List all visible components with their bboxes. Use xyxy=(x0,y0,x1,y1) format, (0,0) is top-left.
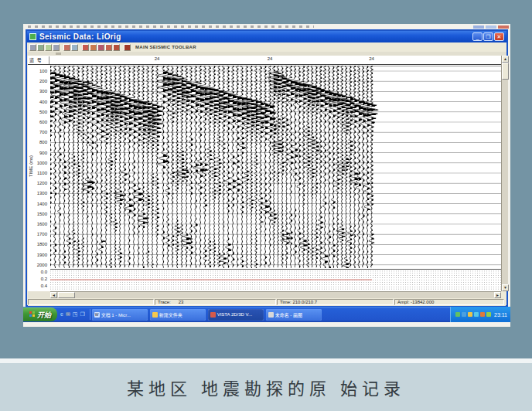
window-controls: _ ❐ ✕ xyxy=(472,32,506,41)
scroll-left-icon[interactable]: ◄ xyxy=(50,292,57,298)
bg-bit xyxy=(473,25,484,29)
trace-number-label: 24 xyxy=(268,56,273,61)
time-axis-ticks: 1002003004005006007008009001000110012001… xyxy=(28,66,49,268)
taskbar-button-label: 新建文件夹 xyxy=(159,311,182,318)
taskbar-button-label: 文档 1 - Micr... xyxy=(101,311,131,318)
toolbar-button-tool-11[interactable] xyxy=(113,44,120,51)
aux-tick-label: 0.2 xyxy=(41,277,47,281)
taskbar-divider xyxy=(90,309,90,320)
aux-axis-ticks: 0.00.20.4 xyxy=(28,269,49,290)
system-tray: 23:11 xyxy=(450,307,510,322)
time-tick-label: 100 xyxy=(39,69,47,73)
caption-panel: 某地区 地震勘探的原 始记录 xyxy=(0,363,532,411)
time-tick-label: 1500 xyxy=(37,212,47,216)
tray-icon[interactable] xyxy=(480,312,485,317)
trace-number-label: 24 xyxy=(369,56,374,61)
desktop-icon[interactable]: ❐ xyxy=(80,311,84,318)
time-tick-label: 1200 xyxy=(37,181,47,185)
media-icon[interactable]: ◳ xyxy=(73,311,78,318)
close-button[interactable]: ✕ xyxy=(494,32,504,41)
time-tick-label: 600 xyxy=(39,120,47,124)
windows-flag-icon xyxy=(29,311,36,318)
tray-icon[interactable] xyxy=(455,312,460,317)
time-tick-label: 500 xyxy=(39,110,47,114)
time-tick-label: 2000 xyxy=(37,263,47,267)
restore-button[interactable]: ❐ xyxy=(483,32,493,41)
tray-icon[interactable] xyxy=(462,312,466,317)
toolbar-button-tool-7[interactable] xyxy=(82,44,89,51)
aux-tick-label: 0.4 xyxy=(41,284,47,288)
main-toolbar: MAIN SEISMIC TOOLBAR xyxy=(27,42,506,52)
toolbar-button-tool-10[interactable] xyxy=(105,44,112,51)
trace-number-label: 24 xyxy=(155,56,160,61)
taskbar-button[interactable]: VISTA 2D/3D V... xyxy=(208,309,264,321)
status-ampl: Ampl: -13842.000 xyxy=(394,299,504,305)
toolbar-buttons xyxy=(29,44,131,51)
start-label: 开始 xyxy=(37,310,51,320)
tray-icon[interactable] xyxy=(468,312,472,317)
status-segment-empty xyxy=(28,299,154,305)
seismic-wiggle-canvas xyxy=(50,66,501,268)
mail-icon[interactable]: ✉ xyxy=(66,311,70,318)
word-icon: W xyxy=(94,312,100,318)
toolbar-button-tool-5[interactable] xyxy=(63,44,70,51)
quick-launch-bar: e✉◳❐ xyxy=(60,311,85,318)
toolbar-button-tool-4[interactable] xyxy=(53,44,60,51)
minimize-button[interactable]: _ xyxy=(472,32,483,41)
taskbar-button[interactable]: 未命名 - 画图 xyxy=(266,309,322,321)
toolbar-button-tool-9[interactable] xyxy=(97,44,104,51)
toolbar-label: MAIN SEISMIC TOOLBAR xyxy=(135,45,196,49)
background-window-controls-remnant xyxy=(473,25,509,29)
time-tick-label: 800 xyxy=(39,140,47,144)
horizontal-scroll-thumb[interactable] xyxy=(58,292,75,298)
vertical-scroll-thumb[interactable] xyxy=(502,63,509,80)
status-time: Time: 210.0/210.7 xyxy=(277,299,394,305)
toolbar-button-tool-1[interactable] xyxy=(29,44,36,51)
toolbar-button-tool-12[interactable] xyxy=(124,44,131,51)
taskbar-button-label: 未命名 - 画图 xyxy=(275,311,302,318)
page: Seismic Data: LiOrig _ ❐ ✕ MAIN SEISMIC … xyxy=(0,0,532,411)
time-tick-label: 1700 xyxy=(37,232,47,236)
paint-icon xyxy=(268,312,274,318)
toolbar-button-tool-2[interactable] xyxy=(37,44,44,51)
ie-icon[interactable]: e xyxy=(60,311,63,318)
status-bar: Trace: 23 Time: 210.0/210.7 Ampl: -13842… xyxy=(28,298,506,306)
taskbar-button[interactable]: W文档 1 - Micr... xyxy=(92,309,148,321)
trace-number-labels: 242424 xyxy=(50,56,501,65)
vertical-scrollbar[interactable]: ▲ ▼ xyxy=(501,56,508,291)
time-tick-label: 200 xyxy=(39,79,47,83)
time-tick-label: 1100 xyxy=(37,171,47,175)
toolbar-button-tool-6[interactable] xyxy=(71,44,78,51)
caption-text: 某地区 地震勘探的原 始记录 xyxy=(127,375,405,399)
task-buttons: W文档 1 - Micr...新建文件夹VISTA 2D/3D V...未命名 … xyxy=(92,309,324,321)
scroll-up-icon[interactable]: ▲ xyxy=(502,56,509,63)
tray-icon[interactable] xyxy=(474,312,479,317)
bg-bit xyxy=(498,25,509,29)
scroll-right-icon[interactable]: ► xyxy=(494,292,501,298)
status-trace: Trace: 23 xyxy=(155,299,276,305)
taskbar-button-label: VISTA 2D/3D V... xyxy=(217,312,252,317)
time-tick-label: 1000 xyxy=(37,161,47,165)
taskbar-clock: 23:11 xyxy=(494,312,507,318)
taskbar-button[interactable]: 新建文件夹 xyxy=(150,309,206,321)
horizontal-scrollbar[interactable]: ◄ ► xyxy=(50,291,501,298)
time-tick-label: 1600 xyxy=(37,222,47,226)
aux-tick-label: 0.0 xyxy=(41,270,47,274)
aux-amplitude-panel-canvas xyxy=(50,269,501,290)
time-tick-label: 1900 xyxy=(37,253,47,257)
window-title: Seismic Data: LiOrig xyxy=(39,32,121,41)
time-tick-label: 900 xyxy=(39,151,47,155)
vista-app-icon xyxy=(210,312,216,318)
tray-icons xyxy=(455,312,491,317)
folder-icon xyxy=(152,312,158,318)
tray-icon[interactable] xyxy=(486,312,491,317)
bg-bit xyxy=(486,25,496,29)
background-window-menu-remnant xyxy=(28,25,314,28)
scroll-down-icon[interactable]: ▼ xyxy=(502,284,509,291)
title-bar[interactable]: Seismic Data: LiOrig _ ❐ ✕ xyxy=(27,31,506,42)
start-button[interactable]: 开始 xyxy=(23,307,57,321)
time-tick-label: 400 xyxy=(39,100,47,104)
toolbar-button-tool-3[interactable] xyxy=(45,44,52,51)
toolbar-button-tool-8[interactable] xyxy=(90,44,97,51)
taskbar: 开始 e✉◳❐ W文档 1 - Micr...新建文件夹VISTA 2D/3D … xyxy=(23,307,510,322)
